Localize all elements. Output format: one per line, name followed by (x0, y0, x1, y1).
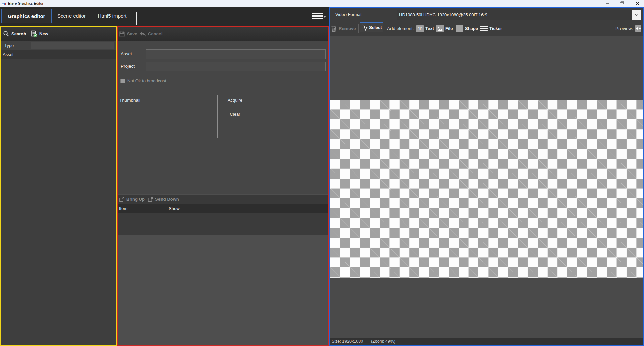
undo-arrow-icon (139, 31, 146, 37)
chevron-down-icon (635, 14, 638, 16)
select-label: Select (369, 25, 382, 30)
layers-table-body[interactable] (118, 213, 328, 235)
ticker-element-icon (480, 25, 488, 32)
new-label: New (39, 27, 48, 41)
send-down-icon (148, 197, 153, 202)
add-element-label: Add element: (387, 21, 414, 36)
canvas-toolbar: Remove Select Add element: T Text (330, 21, 643, 36)
asset-form: Asset Project Not Ok to broadcast Thumbn… (118, 41, 328, 194)
etere-graphics-editor-window: Etere Graphics Editor Graphics editor Sc… (0, 0, 644, 346)
tab-caret (136, 12, 137, 25)
video-format-value: HD1080-50i HDYC 1920x1080@25.00iT 16:9 (399, 10, 632, 20)
tab-strip: Graphics editor Scene editor Html5 impor… (0, 7, 329, 26)
main-menu-button[interactable] (312, 12, 326, 20)
send-down-label: Send Down (155, 195, 179, 204)
bring-up-label: Bring Up (126, 195, 145, 204)
chevron-down-icon (323, 16, 326, 18)
select-cursor-icon (361, 24, 368, 31)
shape-element-icon (456, 25, 463, 32)
search-icon (3, 31, 9, 37)
search-button[interactable]: Search (3, 27, 26, 41)
add-text-button[interactable]: Text (425, 21, 434, 36)
bring-up-icon (119, 197, 125, 202)
add-ticker-button[interactable]: Ticker (489, 21, 502, 36)
toolbar-separator (385, 24, 385, 33)
new-asset-button[interactable]: New (30, 27, 48, 41)
thumbnail-label: Thumbnail (119, 98, 140, 103)
column-separator[interactable] (167, 205, 167, 212)
column-header-item[interactable]: Item (119, 204, 127, 213)
remove-button[interactable]: Remove (331, 21, 356, 36)
project-field-label: Project (121, 64, 135, 69)
toolbar-separator (358, 24, 359, 33)
save-button[interactable]: Save (119, 27, 137, 41)
clear-button[interactable]: Clear (221, 109, 249, 119)
canvas-size-status: Size: 1920x1080 (332, 338, 363, 345)
video-format-row: Video Format HD1080-50i HDYC 1920x1080@2… (330, 8, 643, 21)
tab-label: Graphics editor (8, 13, 45, 19)
layers-table-header: Item Show (118, 204, 328, 213)
new-document-icon (30, 30, 37, 37)
tab-label: Scene editor (57, 13, 86, 19)
file-element-icon (436, 25, 444, 32)
cancel-label: Cancel (148, 27, 163, 41)
tab-scene-editor[interactable]: Scene editor (54, 7, 89, 26)
add-file-button[interactable]: File (445, 21, 453, 36)
tab-graphics-editor[interactable]: Graphics editor (1, 9, 52, 23)
tab-html5-import[interactable]: Html5 import (91, 7, 133, 26)
text-element-icon: T (416, 25, 424, 32)
close-button[interactable] (631, 0, 644, 7)
window-title: Etere Graphics Editor (8, 0, 43, 7)
preview-label: Preview: (615, 21, 633, 36)
minimize-icon (606, 2, 609, 5)
not-ok-to-broadcast-label: Not Ok to broadcast (127, 78, 166, 83)
cancel-button[interactable]: Cancel (139, 27, 163, 41)
thumbnail-preview-box (146, 95, 218, 138)
asset-browser-panel: Search New Type Asset (0, 26, 117, 346)
status-separator (368, 339, 368, 344)
layers-toolbar: Bring Up Send Down (118, 194, 328, 204)
dropdown-toggle[interactable] (632, 10, 641, 20)
asset-field[interactable] (146, 49, 326, 59)
minimize-button[interactable] (601, 0, 614, 7)
speaker-icon (635, 25, 641, 32)
restore-icon (620, 1, 624, 5)
type-label: Type (4, 41, 14, 50)
tab-label: Html5 import (98, 13, 126, 19)
canvas-zoom-status: (Zoom: 49%) (371, 338, 395, 345)
restore-button[interactable] (615, 0, 629, 7)
asset-field-label: Asset (121, 51, 132, 56)
asset-browser-toolbar: Search New (1, 27, 116, 41)
select-tool-button[interactable]: Select (360, 22, 383, 32)
window-titlebar: Etere Graphics Editor (0, 0, 644, 7)
toolbar-separator (28, 28, 28, 40)
send-down-button[interactable]: Send Down (148, 195, 179, 204)
asset-list-area[interactable] (1, 59, 116, 345)
canvas-statusbar: Size: 1920x1080 (Zoom: 49%) (330, 338, 643, 345)
remove-label: Remove (339, 21, 356, 36)
asset-list-header[interactable]: Asset (1, 50, 116, 59)
asset-detail-toolbar: Save Cancel (118, 27, 328, 41)
bring-up-button[interactable]: Bring Up (119, 195, 145, 204)
not-ok-to-broadcast-checkbox[interactable] (120, 79, 125, 83)
project-field[interactable] (146, 62, 326, 71)
search-label: Search (11, 27, 26, 41)
close-icon (636, 2, 639, 5)
save-floppy-icon (119, 31, 125, 37)
scene-canvas-panel: Video Format HD1080-50i HDYC 1920x1080@2… (329, 7, 644, 346)
canvas-workspace[interactable] (330, 36, 643, 338)
add-shape-button[interactable]: Shape (465, 21, 478, 36)
acquire-button[interactable]: Acquire (221, 95, 249, 105)
column-header-show[interactable]: Show (169, 204, 180, 213)
column-separator[interactable] (184, 205, 184, 212)
trash-icon (331, 25, 337, 32)
type-input[interactable] (31, 42, 114, 49)
video-format-dropdown[interactable]: HD1080-50i HDYC 1920x1080@25.00iT 16:9 (397, 10, 641, 20)
preview-audio-button[interactable] (635, 25, 641, 33)
video-format-label: Video Format (335, 8, 362, 21)
type-filter-row: Type (1, 41, 116, 50)
save-label: Save (127, 27, 137, 41)
asset-detail-panel: Save Cancel Asset Project Not Ok to broa… (117, 26, 329, 346)
canvas-checkerboard[interactable] (330, 100, 643, 278)
